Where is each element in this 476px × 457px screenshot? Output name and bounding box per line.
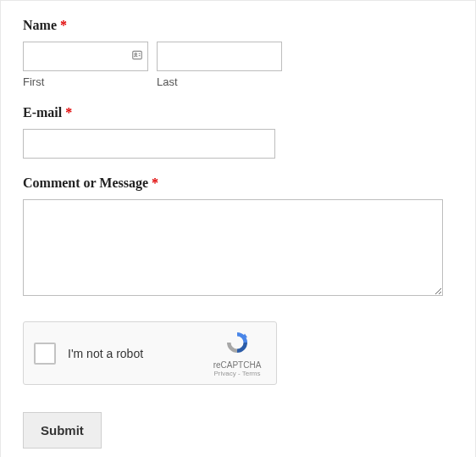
name-label-text: Name — [23, 18, 57, 32]
svg-point-1 — [135, 53, 136, 54]
required-asterisk: * — [152, 176, 158, 190]
name-label: Name * — [23, 18, 453, 33]
required-asterisk: * — [65, 105, 72, 120]
first-name-column: First — [23, 42, 148, 88]
recaptcha-widget: I'm not a robot reCAPTCHA Privacy - Term… — [23, 321, 277, 385]
email-input[interactable] — [23, 129, 275, 159]
last-name-input[interactable] — [157, 42, 282, 71]
required-asterisk: * — [60, 18, 67, 32]
first-name-input[interactable] — [23, 42, 148, 71]
contact-form: Name * First — [0, 0, 476, 457]
comment-label-text: Comment or Message — [23, 176, 148, 190]
name-field-group: Name * First — [23, 18, 453, 88]
name-row: First Last — [23, 42, 453, 88]
recaptcha-logo-icon — [224, 330, 250, 359]
last-name-column: Last — [157, 42, 282, 88]
contact-card-icon — [131, 49, 143, 64]
comment-textarea[interactable] — [23, 199, 443, 296]
first-name-sublabel: First — [23, 75, 148, 88]
submit-button[interactable]: Submit — [23, 412, 102, 449]
email-label: E-mail * — [23, 105, 453, 120]
recaptcha-label: I'm not a robot — [68, 347, 208, 360]
recaptcha-brand-text: reCAPTCHA — [213, 360, 262, 370]
last-name-sublabel: Last — [157, 75, 282, 88]
recaptcha-checkbox[interactable] — [34, 343, 56, 365]
email-label-text: E-mail — [23, 105, 62, 120]
first-name-wrap — [23, 42, 148, 71]
comment-field-group: Comment or Message * — [23, 176, 453, 299]
svg-rect-0 — [133, 51, 142, 59]
recaptcha-links[interactable]: Privacy - Terms — [214, 370, 261, 377]
comment-label: Comment or Message * — [23, 176, 453, 191]
recaptcha-branding: reCAPTCHA Privacy - Terms — [208, 330, 266, 377]
email-field-group: E-mail * — [23, 105, 453, 159]
